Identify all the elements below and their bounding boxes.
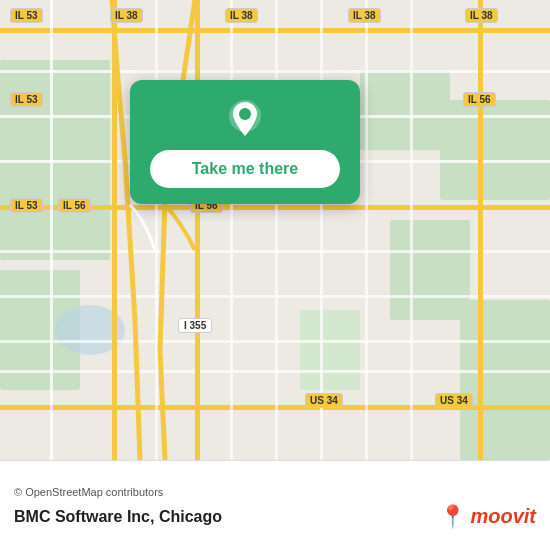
- svg-rect-27: [365, 0, 368, 460]
- svg-rect-21: [478, 0, 483, 460]
- svg-rect-28: [410, 0, 413, 460]
- road-label-il53-1: IL 53: [10, 8, 43, 23]
- svg-rect-3: [360, 70, 450, 150]
- road-label-il38-3: IL 38: [348, 8, 381, 23]
- road-label-i355-2: I 355: [178, 318, 212, 333]
- svg-rect-23: [155, 0, 158, 460]
- road-label-il38-2: IL 38: [225, 8, 258, 23]
- road-label-il38-4: IL 38: [465, 8, 498, 23]
- moovit-brand-text: moovit: [470, 505, 536, 528]
- bottom-info-bar: © OpenStreetMap contributors BMC Softwar…: [0, 460, 550, 550]
- svg-rect-5: [390, 220, 470, 320]
- osm-attribution: © OpenStreetMap contributors: [14, 486, 536, 498]
- road-label-us34-2: US 34: [435, 393, 473, 408]
- bottom-info-row: BMC Software Inc, Chicago 📍 moovit: [14, 504, 536, 530]
- location-name: BMC Software Inc, Chicago: [14, 508, 222, 526]
- moovit-logo: 📍 moovit: [439, 504, 536, 530]
- road-label-il38-1: IL 38: [110, 8, 143, 23]
- svg-rect-7: [300, 310, 360, 390]
- svg-rect-6: [460, 300, 550, 460]
- location-pin-icon: [224, 98, 266, 140]
- map-view: IL 53 IL 38 IL 38 IL 38 IL 38 IL 53 IL 5…: [0, 0, 550, 460]
- svg-rect-24: [230, 0, 233, 460]
- svg-rect-20: [195, 0, 200, 460]
- svg-point-30: [239, 108, 251, 120]
- road-label-il53-2: IL 53: [10, 92, 43, 107]
- take-me-there-button[interactable]: Take me there: [150, 150, 340, 188]
- road-label-il53-3: IL 53: [10, 198, 43, 213]
- svg-rect-25: [275, 0, 278, 460]
- svg-rect-26: [320, 0, 323, 460]
- moovit-pin-icon: 📍: [439, 504, 466, 530]
- svg-rect-22: [50, 0, 53, 460]
- road-label-us34-1: US 34: [305, 393, 343, 408]
- location-popup: Take me there: [130, 80, 360, 204]
- road-label-il56-right: IL 56: [463, 92, 496, 107]
- road-label-il56-1: IL 56: [58, 198, 91, 213]
